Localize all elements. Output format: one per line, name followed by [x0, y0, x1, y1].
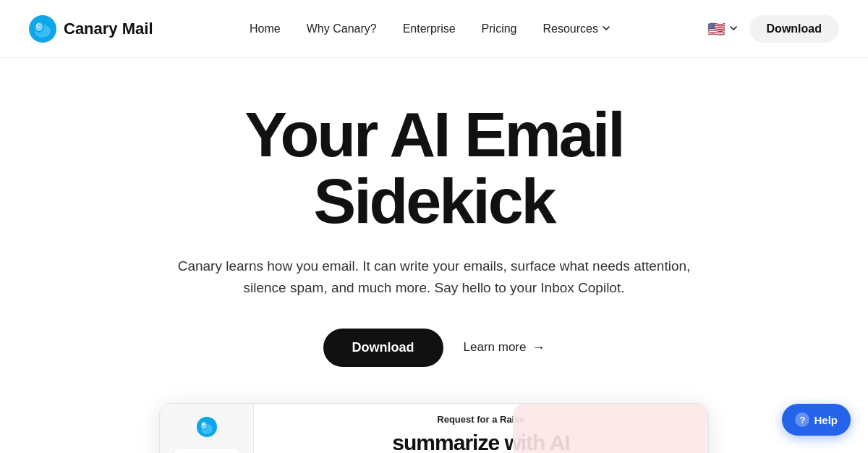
- svg-point-3: [35, 22, 43, 31]
- app-mockup: ✉ Inbox ↗ Request for a Raise summarize …: [159, 403, 709, 453]
- nav-links: Home Why Canary? Enterprise Pricing Reso…: [250, 22, 610, 35]
- help-button[interactable]: ? Help: [782, 404, 851, 436]
- language-selector[interactable]: 🇺🇸: [707, 20, 738, 38]
- brand-logo-group[interactable]: Canary Mail: [29, 15, 153, 43]
- navbar: Canary Mail Home Why Canary? Enterprise …: [0, 0, 868, 58]
- nav-resources[interactable]: Resources: [543, 22, 610, 35]
- nav-enterprise[interactable]: Enterprise: [403, 22, 456, 35]
- mockup-inbox-label: ✉ Inbox ↗: [174, 449, 239, 453]
- nav-home[interactable]: Home: [250, 22, 281, 35]
- hero-actions: Download Learn more →: [323, 329, 545, 367]
- mockup-sidebar: ✉ Inbox ↗: [160, 404, 254, 453]
- navbar-right: 🇺🇸 Download: [707, 15, 839, 43]
- arrow-right-icon: →: [532, 340, 545, 355]
- flag-icon: 🇺🇸: [707, 20, 726, 38]
- svg-point-9: [201, 422, 207, 429]
- help-icon: ?: [795, 412, 809, 427]
- nav-why-canary[interactable]: Why Canary?: [307, 22, 377, 35]
- mockup-canary-logo: [197, 417, 217, 437]
- pink-card-decoration: [513, 404, 709, 453]
- app-preview: ✉ Inbox ↗ Request for a Raise summarize …: [29, 403, 839, 453]
- hero-title: Your AI Email Sidekick: [244, 101, 623, 235]
- resources-chevron-icon: [602, 22, 610, 35]
- svg-point-5: [38, 25, 40, 26]
- canary-logo-icon: [29, 15, 56, 43]
- hero-section: Your AI Email Sidekick Canary learns how…: [0, 58, 868, 453]
- hero-download-button[interactable]: Download: [323, 329, 443, 367]
- nav-pricing[interactable]: Pricing: [482, 22, 517, 35]
- nav-download-button[interactable]: Download: [749, 15, 839, 43]
- brand-name: Canary Mail: [64, 20, 153, 38]
- learn-more-link[interactable]: Learn more →: [464, 340, 545, 355]
- svg-point-10: [202, 423, 204, 425]
- lang-chevron-icon: [729, 22, 738, 35]
- hero-subtitle: Canary learns how you email. It can writ…: [166, 255, 702, 300]
